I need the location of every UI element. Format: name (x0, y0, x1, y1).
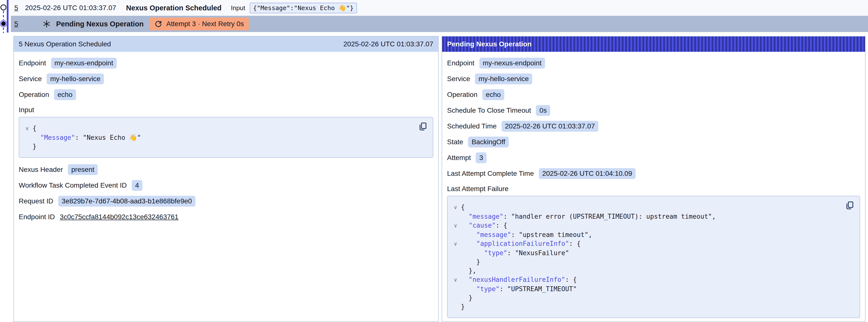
field-service: Service my-hello-service (447, 73, 860, 84)
event-title: Pending Nexus Operation (56, 20, 144, 28)
field-value-badge: echo (483, 89, 504, 100)
field-endpoint-id: Endpoint ID 3c0c75ccfa8144b092c13ce63246… (19, 212, 433, 222)
field-label: Endpoint (447, 59, 474, 67)
field-value-badge: my-nexus-endpoint (51, 58, 117, 68)
code-text: "nexusHandlerFailureInfo": { (461, 275, 577, 285)
collapse-chevron-icon[interactable]: ∨ (450, 221, 461, 230)
field-scheduled-time: Scheduled Time 2025-02-26 UTC 01:03:37.0… (447, 121, 860, 132)
pending-asterisk-icon (42, 20, 51, 28)
field-schedule-to-close-timeout: Schedule To Close Timeout 0s (447, 105, 860, 116)
field-label: Last Attempt Complete Time (447, 170, 534, 178)
field-value-badge: echo (54, 89, 76, 100)
field-endpoint: Endpoint my-nexus-endpoint (447, 58, 860, 68)
copy-button[interactable] (844, 200, 855, 211)
code-line: ∨{ (22, 124, 415, 133)
field-value-badge: 2025-02-26 UTC 01:03:37.07 (502, 121, 598, 132)
collapse-chevron-icon[interactable]: ∨ (450, 239, 461, 249)
event-history-rows: 5 2025-02-26 UTC 01:03:37.07 Nexus Opera… (11, 0, 868, 32)
code-line: "message": "handler error (UPSTREAM_TIME… (450, 212, 842, 221)
code-line: "message": "upstream timeout", (450, 230, 842, 239)
field-nexus-header: Nexus Header present (19, 164, 433, 175)
input-section-label: Input (19, 106, 433, 114)
field-value-badge: my-nexus-endpoint (479, 58, 545, 68)
code-line: } (22, 142, 415, 151)
code-gutter (450, 257, 461, 266)
field-label: Request ID (19, 197, 53, 205)
field-value-badge: present (68, 164, 98, 175)
field-label: State (447, 138, 463, 146)
right-panel-content: Endpoint my-nexus-endpoint Service my-he… (442, 52, 865, 322)
code-gutter (450, 293, 461, 302)
code-gutter (450, 285, 461, 293)
code-line: ∨"cause": { (450, 221, 842, 230)
left-panel-header: 5 Nexus Operation Scheduled 2025-02-26 U… (14, 36, 438, 52)
code-line: }, (450, 266, 842, 275)
collapse-chevron-icon[interactable]: ∨ (450, 275, 461, 285)
code-gutter (450, 212, 461, 221)
code-gutter (22, 142, 33, 151)
field-value-badge: my-hello-service (46, 73, 104, 84)
field-last-attempt-complete-time: Last Attempt Complete Time 2025-02-26 UT… (447, 168, 860, 179)
code-line: "type": "NexusFailure" (450, 249, 842, 257)
code-gutter (450, 302, 461, 311)
copy-button[interactable] (417, 121, 428, 132)
field-value-badge: 0s (536, 105, 550, 116)
event-input-payload-badge: {"Message":"Nexus Echo 👋"} (250, 3, 357, 13)
field-value-badge: BackingOff (468, 137, 508, 148)
field-label: Attempt (447, 154, 471, 162)
attempt-retry-text: Attempt 3 · Next Retry 0s (166, 20, 244, 28)
right-panel-header: Pending Nexus Operation (442, 36, 865, 52)
field-workflow-task-completed-event-id: Workflow Task Completed Event ID 4 (19, 180, 433, 191)
code-gutter (450, 230, 461, 239)
field-value-badge: 2025-02-26 UTC 01:04:10.09 (539, 168, 636, 179)
field-label: Scheduled Time (447, 122, 497, 130)
copy-icon (845, 200, 855, 210)
code-line: } (450, 293, 842, 302)
field-label: Endpoint (19, 59, 46, 67)
attempt-retry-badge: Attempt 3 · Next Retry 0s (150, 18, 249, 30)
field-endpoint: Endpoint my-nexus-endpoint (19, 58, 433, 68)
code-line: ∨{ (450, 203, 842, 212)
event-node-filled-icon (1, 22, 6, 26)
code-text: "Message": "Nexus Echo 👋" (33, 133, 141, 142)
field-label: Service (447, 75, 470, 83)
field-label: Schedule To Close Timeout (447, 106, 531, 115)
collapse-chevron-icon[interactable]: ∨ (22, 124, 33, 133)
endpoint-id-link[interactable]: 3c0c75ccfa8144b092c13ce632463761 (60, 213, 178, 221)
field-label: Endpoint ID (19, 213, 55, 221)
code-text: "type": "NexusFailure" (461, 249, 569, 257)
field-value-badge: 4 (132, 180, 143, 191)
code-text: } (461, 293, 472, 302)
event-id-link[interactable]: 5 (14, 20, 18, 28)
input-code-block: ∨{"Message": "Nexus Echo 👋"} (19, 117, 433, 158)
event-row-pending-nexus-operation[interactable]: 5 Pending Nexus Operation Attempt 3 · Ne… (11, 16, 868, 32)
event-timeline-rail (0, 0, 12, 33)
left-panel-timestamp: 2025-02-26 UTC 01:03:37.07 (343, 40, 433, 48)
field-label: Service (19, 75, 42, 83)
field-value-badge: 3 (476, 152, 487, 163)
field-attempt: Attempt 3 (447, 152, 860, 163)
code-text: } (461, 257, 480, 266)
code-gutter (450, 266, 461, 275)
event-title: Nexus Operation Scheduled (126, 4, 222, 12)
code-text: { (461, 203, 465, 212)
collapse-chevron-icon[interactable]: ∨ (450, 203, 461, 212)
field-operation: Operation echo (447, 89, 860, 100)
event-timestamp: 2025-02-26 UTC 01:03:37.07 (25, 4, 116, 12)
code-line: "Message": "Nexus Echo 👋" (22, 133, 415, 142)
code-text: { (33, 124, 36, 133)
field-service: Service my-hello-service (19, 73, 433, 84)
copy-icon (418, 122, 428, 131)
left-panel-content: Endpoint my-nexus-endpoint Service my-he… (14, 52, 438, 232)
code-line: ∨"nexusHandlerFailureInfo": { (450, 275, 842, 285)
event-input-label: Input (231, 4, 245, 12)
event-row-nexus-operation-scheduled[interactable]: 5 2025-02-26 UTC 01:03:37.07 Nexus Opera… (11, 0, 868, 16)
event-node-open-icon (1, 5, 6, 10)
code-text: "applicationFailureInfo": { (461, 239, 581, 249)
retry-icon (154, 20, 162, 28)
code-line: ∨"applicationFailureInfo": { (450, 239, 842, 249)
right-panel-title: Pending Nexus Operation (447, 40, 531, 48)
code-text: "cause": { (461, 221, 507, 230)
event-id-link[interactable]: 5 (14, 4, 18, 12)
code-text: } (33, 142, 36, 151)
